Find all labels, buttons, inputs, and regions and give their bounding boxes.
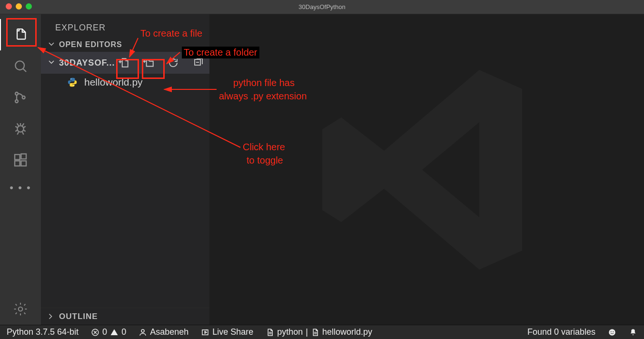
svg-point-16	[609, 329, 615, 336]
workspace-name: 30DAYSOF...	[59, 58, 115, 68]
person-icon	[139, 328, 147, 337]
file-tree-item[interactable]: helloworld.py	[41, 74, 209, 91]
window-controls	[6, 3, 32, 10]
titlebar: 30DaysOfPython	[0, 0, 644, 14]
chevron-right-icon	[47, 313, 57, 320]
activity-debug[interactable]	[0, 113, 41, 145]
activity-extensions[interactable]	[0, 145, 41, 176]
status-variables[interactable]: Found 0 variables	[527, 327, 595, 337]
new-file-button[interactable]	[115, 54, 133, 72]
activity-source-control[interactable]	[0, 82, 41, 113]
error-icon	[91, 328, 99, 337]
sidebar-title: EXPLORER	[41, 14, 209, 38]
search-icon	[13, 58, 28, 74]
svg-point-4	[17, 126, 23, 132]
svg-point-0	[15, 61, 24, 70]
refresh-button[interactable]	[164, 54, 182, 72]
explorer-sidebar: EXPLORER OPEN EDITORS 30DAYSOF...	[41, 14, 209, 325]
svg-point-14	[141, 329, 144, 332]
file-name: helloworld.py	[84, 77, 143, 88]
new-folder-icon	[142, 57, 155, 69]
status-notifications[interactable]	[629, 328, 637, 337]
svg-point-3	[22, 96, 25, 99]
svg-rect-6	[15, 161, 20, 166]
status-feedback[interactable]	[608, 328, 616, 337]
collapse-icon	[192, 57, 204, 68]
status-language-file[interactable]: python | helloworld.py	[266, 327, 372, 337]
bell-icon	[629, 328, 637, 337]
smiley-icon	[608, 328, 616, 337]
doc-icon	[311, 328, 319, 337]
open-editors-section[interactable]: OPEN EDITORS	[41, 38, 209, 52]
outline-label: OUTLINE	[59, 312, 98, 321]
zoom-window-button[interactable]	[26, 3, 32, 10]
svg-point-2	[15, 100, 18, 103]
refresh-icon	[168, 57, 179, 68]
chevron-down-icon	[48, 40, 55, 49]
close-window-button[interactable]	[6, 3, 12, 10]
window-title: 30DaysOfPython	[298, 3, 345, 10]
editor-area	[209, 14, 644, 325]
files-icon	[13, 27, 29, 42]
workspace-folder-header[interactable]: 30DAYSOF...	[41, 52, 209, 74]
live-share-icon	[201, 328, 209, 337]
svg-point-12	[73, 85, 74, 86]
svg-point-9	[19, 307, 23, 311]
extensions-icon	[13, 153, 28, 168]
minimize-window-button[interactable]	[16, 3, 22, 10]
status-bar: Python 3.7.5 64-bit 0 0 Asabeneh Live Sh…	[0, 325, 644, 339]
activity-explorer[interactable]	[0, 19, 41, 50]
new-folder-button[interactable]	[139, 54, 158, 72]
activity-settings[interactable]	[0, 293, 41, 325]
open-editors-label: OPEN EDITORS	[59, 40, 122, 49]
vscode-watermark-icon	[308, 51, 546, 289]
git-icon	[13, 90, 28, 105]
svg-rect-5	[15, 155, 20, 160]
svg-point-18	[613, 331, 614, 332]
doc-icon	[266, 328, 274, 337]
python-file-icon	[67, 77, 78, 87]
chevron-down-icon	[48, 58, 55, 68]
svg-point-17	[611, 331, 612, 332]
status-python-version[interactable]: Python 3.7.5 64-bit	[7, 327, 79, 337]
gear-icon	[13, 301, 28, 317]
bug-icon	[13, 121, 28, 136]
status-problems[interactable]: 0 0	[91, 327, 126, 337]
folder-actions	[115, 54, 212, 72]
activity-bar: • • •	[0, 14, 41, 325]
svg-point-11	[70, 78, 71, 79]
outline-section[interactable]: OUTLINE	[41, 308, 209, 325]
new-file-icon	[118, 57, 130, 69]
status-account[interactable]: Asabeneh	[139, 327, 188, 337]
activity-more[interactable]: • • •	[0, 176, 41, 200]
status-live-share[interactable]: Live Share	[201, 327, 253, 337]
activity-search[interactable]	[0, 50, 41, 82]
collapse-all-button[interactable]	[189, 54, 207, 72]
svg-rect-8	[21, 154, 26, 159]
svg-point-1	[15, 92, 18, 95]
svg-rect-7	[21, 161, 26, 166]
warning-icon	[110, 328, 119, 337]
